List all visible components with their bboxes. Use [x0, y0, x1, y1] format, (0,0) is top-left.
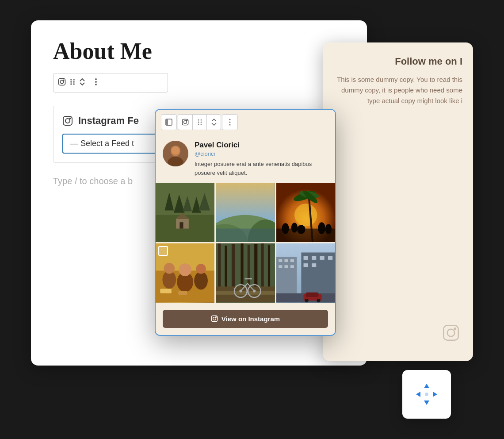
svg-rect-107: [312, 263, 316, 267]
svg-rect-74: [218, 243, 221, 289]
svg-rect-71: [160, 289, 172, 293]
svg-marker-117: [424, 400, 429, 405]
more-options-button[interactable]: [222, 114, 238, 130]
block-instagram-icon[interactable]: [178, 114, 192, 130]
svg-rect-100: [290, 266, 294, 268]
svg-point-112: [317, 299, 320, 302]
svg-rect-103: [312, 256, 316, 260]
svg-rect-80: [261, 243, 264, 289]
block-controls-group: [178, 114, 221, 130]
more-options-icon[interactable]: [95, 78, 97, 88]
svg-marker-119: [433, 392, 437, 397]
svg-point-21: [184, 121, 187, 124]
svg-point-28: [200, 124, 202, 125]
svg-point-7: [70, 83, 72, 85]
toolbar-group-right: [90, 73, 102, 92]
photo-cell-1: [156, 183, 214, 242]
svg-point-58: [282, 223, 289, 234]
photo-cell-2: [216, 183, 275, 242]
photo-grid: [156, 183, 335, 307]
svg-rect-50: [216, 229, 275, 243]
svg-point-66: [164, 263, 175, 274]
svg-rect-45: [179, 222, 183, 228]
svg-point-11: [95, 84, 97, 85]
svg-rect-76: [232, 244, 235, 289]
svg-rect-77: [241, 243, 244, 289]
svg-point-27: [198, 124, 199, 125]
svg-rect-110: [305, 293, 318, 297]
svg-rect-75: [225, 246, 227, 289]
up-down-controls[interactable]: [206, 114, 221, 130]
svg-point-114: [213, 317, 216, 320]
svg-point-61: [318, 222, 325, 234]
svg-point-60: [297, 225, 305, 234]
svg-point-90: [240, 290, 242, 293]
view-on-instagram-label: View on Instagram: [221, 315, 280, 323]
svg-rect-81: [268, 245, 270, 289]
instagram-feed-card: Pavel Ciorici @ciorici Integer posuere e…: [155, 109, 336, 336]
svg-point-120: [425, 393, 428, 396]
instagram-block-label: Instagram Fe: [78, 115, 139, 127]
svg-point-8: [73, 83, 75, 85]
svg-point-6: [73, 81, 75, 83]
photo-cell-6: [276, 243, 335, 302]
svg-rect-97: [290, 259, 294, 262]
svg-point-91: [253, 290, 256, 293]
view-on-instagram-button[interactable]: View on Instagram: [163, 310, 328, 328]
svg-rect-98: [279, 266, 282, 268]
instagram-icon: [58, 78, 66, 88]
svg-rect-0: [59, 79, 65, 85]
svg-point-30: [229, 122, 231, 123]
svg-rect-12: [63, 116, 72, 125]
toolbar-group-left: [53, 73, 90, 92]
chevron-updown-icon[interactable]: [79, 78, 85, 88]
svg-rect-95: [279, 259, 282, 262]
svg-rect-78: [248, 245, 250, 289]
svg-point-13: [65, 119, 70, 123]
photo-selection-overlay: [158, 246, 168, 256]
svg-rect-99: [284, 266, 288, 268]
select-feed-dash: — Select a Feed t: [70, 139, 134, 148]
drag-icon[interactable]: [69, 78, 76, 88]
svg-rect-102: [303, 256, 308, 260]
instagram-watermark: [442, 324, 460, 343]
svg-point-4: [73, 79, 75, 81]
svg-point-115: [216, 316, 217, 317]
svg-rect-83: [216, 291, 275, 295]
scene: About Me: [31, 20, 473, 419]
svg-point-22: [187, 120, 187, 121]
drag-handle[interactable]: [192, 114, 206, 130]
svg-point-24: [200, 119, 202, 121]
move-icon: [413, 381, 440, 408]
svg-point-23: [198, 119, 199, 121]
svg-point-10: [95, 81, 97, 83]
svg-point-31: [229, 124, 231, 126]
svg-point-26: [200, 122, 202, 123]
main-card-toolbar: [156, 110, 335, 135]
instagram-block-icon: [62, 116, 73, 126]
svg-rect-79: [255, 244, 258, 289]
svg-rect-15: [443, 325, 458, 340]
svg-rect-96: [284, 259, 288, 262]
svg-point-62: [325, 224, 331, 234]
dummy-copy: This is some dummy copy. You to read thi…: [333, 74, 462, 106]
svg-point-111: [305, 299, 308, 302]
svg-point-52: [294, 204, 317, 226]
svg-rect-104: [320, 256, 324, 260]
block-toolbar-bg: [53, 73, 168, 92]
right-sidebar-card: Follow me on I This is some dummy copy. …: [323, 42, 473, 361]
svg-marker-118: [416, 392, 420, 397]
svg-point-16: [447, 329, 455, 337]
sidebar-toggle-button[interactable]: [161, 114, 177, 130]
profile-handle: @ciorici: [195, 150, 328, 157]
svg-point-29: [229, 119, 231, 120]
move-handle-card[interactable]: [402, 370, 451, 419]
photo-cell-5: [216, 243, 275, 302]
photo-cell-3: [276, 183, 335, 242]
svg-point-25: [198, 122, 199, 123]
svg-point-2: [63, 80, 64, 81]
svg-point-70: [196, 264, 206, 274]
svg-point-1: [60, 80, 64, 84]
profile-section: Pavel Ciorici @ciorici Integer posuere e…: [156, 135, 335, 183]
profile-bio: Integer posuere erat a ante venenatis da…: [195, 160, 328, 177]
